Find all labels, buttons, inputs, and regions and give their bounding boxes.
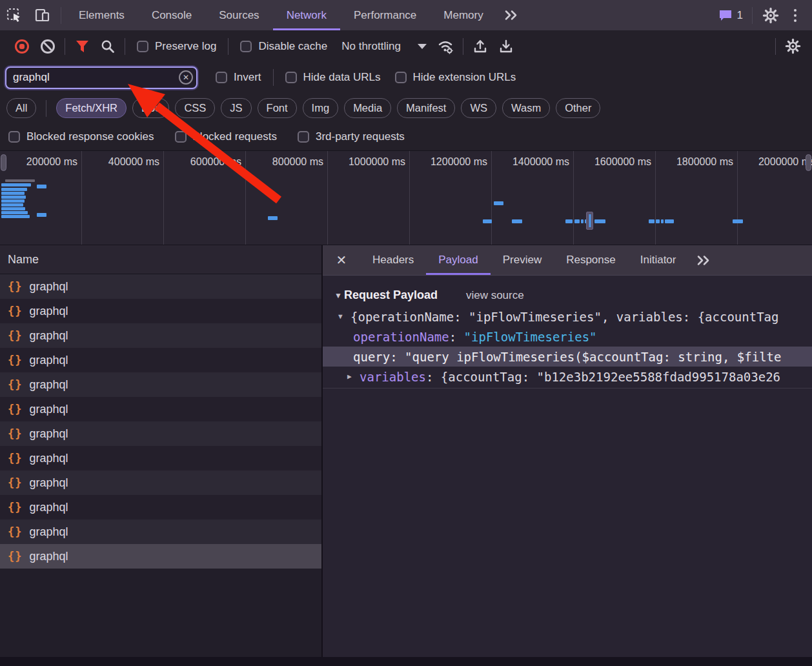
request-row-graphql-7[interactable]: {}graphql <box>0 446 321 470</box>
checkbox[interactable] <box>395 72 407 83</box>
chip-fetch-xhr[interactable]: Fetch/XHR <box>56 98 127 118</box>
chip-all[interactable]: All <box>6 98 36 118</box>
request-row-graphql-11[interactable]: {}graphql <box>0 544 321 569</box>
chip-manifest[interactable]: Manifest <box>397 98 455 118</box>
view-source-link[interactable]: view source <box>466 289 524 302</box>
filter-input-wrap: ✕ <box>5 66 198 89</box>
detail-tab-response[interactable]: Response <box>554 245 628 275</box>
export-har-icon[interactable] <box>493 35 519 57</box>
hide-extension-urls-label: Hide extension URLs <box>413 71 516 84</box>
request-row-graphql-3[interactable]: {}graphql <box>0 348 321 372</box>
3rd-party-requests-checkbox[interactable]: 3rd-party requests <box>298 130 405 143</box>
network-overview-timeline[interactable]: 200000 ms400000 ms600000 ms800000 ms1000… <box>0 150 812 245</box>
json-braces-icon: {} <box>8 476 22 489</box>
issues-counter[interactable]: 1 <box>713 9 748 22</box>
checkbox[interactable] <box>216 72 227 83</box>
name-column-header[interactable]: Name <box>0 245 321 274</box>
filter-funnel-icon[interactable] <box>69 35 95 57</box>
request-name: graphql <box>29 525 68 539</box>
import-har-icon[interactable] <box>467 35 493 57</box>
blocked-requests-checkbox[interactable]: Blocked requests <box>175 130 277 143</box>
timeline-tick-1000000-ms: 1000000 ms <box>328 151 410 245</box>
tab-sources[interactable]: Sources <box>205 0 272 30</box>
clear-network-log-button[interactable] <box>35 35 61 57</box>
checkbox[interactable] <box>8 131 20 143</box>
chip-doc[interactable]: Doc <box>132 98 169 118</box>
network-conditions-icon[interactable] <box>433 35 459 57</box>
timeline-right-handle[interactable] <box>806 154 811 171</box>
request-timing-bar <box>512 219 522 223</box>
settings-gear-icon[interactable] <box>756 7 785 24</box>
request-row-graphql-10[interactable]: {}graphql <box>0 520 321 544</box>
tab-elements[interactable]: Elements <box>65 0 138 30</box>
hide-data-urls-checkbox[interactable]: Hide data URLs <box>285 71 381 84</box>
timeline-left-handle[interactable] <box>1 154 6 171</box>
more-options-icon[interactable] <box>785 9 806 22</box>
payload-preview-line[interactable]: ▼ {operationName: "ipFlowTimeseries", va… <box>323 307 812 327</box>
request-timing-bar <box>1 199 25 203</box>
json-braces-icon: {} <box>8 354 22 367</box>
collapse-icon[interactable]: ▼ <box>338 312 350 321</box>
detail-tab-preview[interactable]: Preview <box>491 245 554 275</box>
search-icon[interactable] <box>95 35 121 57</box>
detail-tab-payload[interactable]: Payload <box>426 245 490 275</box>
checkbox[interactable] <box>137 41 148 52</box>
chip-wasm[interactable]: Wasm <box>502 98 550 118</box>
checkbox[interactable] <box>240 41 252 52</box>
request-row-graphql-0[interactable]: {}graphql <box>0 274 321 299</box>
request-type-chips: AllFetch/XHRDocCSSJSFontImgMediaManifest… <box>0 93 812 123</box>
more-detail-tabs-icon[interactable] <box>688 245 719 275</box>
request-timing-bar <box>1 215 30 218</box>
chip-font[interactable]: Font <box>258 98 297 118</box>
chip-js[interactable]: JS <box>221 98 251 118</box>
request-row-graphql-9[interactable]: {}graphql <box>0 495 321 520</box>
filter-input[interactable] <box>5 66 198 89</box>
throttling-select[interactable]: No throttling <box>341 40 427 53</box>
json-separator: : <box>426 370 441 384</box>
chip-css[interactable]: CSS <box>175 98 215 118</box>
request-timing-bar <box>649 219 655 223</box>
chip-other[interactable]: Other <box>556 98 600 118</box>
clear-filter-icon[interactable]: ✕ <box>179 70 193 85</box>
close-icon[interactable]: ✕ <box>323 245 360 275</box>
blocked-response-cookies-checkbox[interactable]: Blocked response cookies <box>8 130 154 143</box>
checkbox[interactable] <box>298 131 309 143</box>
tab-memory[interactable]: Memory <box>430 0 496 30</box>
section-collapse-icon[interactable]: ▼ <box>334 291 342 300</box>
chip-media[interactable]: Media <box>344 98 391 118</box>
more-tabs-icon[interactable] <box>497 0 525 30</box>
hide-extension-urls-checkbox[interactable]: Hide extension URLs <box>395 71 516 84</box>
expand-icon[interactable]: ▶ <box>347 372 360 381</box>
disable-cache-checkbox[interactable]: Disable cache <box>240 40 327 53</box>
inspect-element-icon[interactable] <box>0 0 28 30</box>
request-row-graphql-1[interactable]: {}graphql <box>0 299 321 323</box>
chip-ws[interactable]: WS <box>461 98 496 118</box>
checkbox[interactable] <box>175 131 187 143</box>
request-row-graphql-5[interactable]: {}graphql <box>0 397 321 421</box>
tab-performance[interactable]: Performance <box>340 0 430 30</box>
variables-line[interactable]: ▶ variables : {accountTag: "b12e3b2192ee… <box>323 367 812 387</box>
preserve-log-checkbox[interactable]: Preserve log <box>137 40 216 53</box>
detail-tab-headers[interactable]: Headers <box>360 245 426 275</box>
payload-preview-text: {operationName: "ipFlowTimeseries", vari… <box>350 310 778 324</box>
detail-tab-initiator[interactable]: Initiator <box>628 245 689 275</box>
operation-name-line[interactable]: operationName : "ipFlowTimeseries" <box>323 327 812 347</box>
checkbox[interactable] <box>285 72 297 83</box>
query-line-selected[interactable]: query: "query ipFlowTimeseries($accountT… <box>323 347 812 367</box>
device-toolbar-icon[interactable] <box>28 0 57 30</box>
tab-network[interactable]: Network <box>273 0 340 30</box>
request-row-graphql-4[interactable]: {}graphql <box>0 372 321 397</box>
record-network-log-button[interactable] <box>9 35 35 57</box>
request-row-graphql-6[interactable]: {}graphql <box>0 421 321 446</box>
timeline-tick-1200000-ms: 1200000 ms <box>410 151 492 245</box>
network-settings-gear-icon[interactable] <box>780 35 806 57</box>
divider <box>61 7 61 24</box>
tab-console[interactable]: Console <box>138 0 205 30</box>
request-row-graphql-2[interactable]: {}graphql <box>0 323 321 348</box>
detail-tab-bar: ✕ HeadersPayloadPreviewResponseInitiator <box>323 245 812 276</box>
request-row-graphql-8[interactable]: {}graphql <box>0 470 321 495</box>
request-timing-bar <box>494 201 503 205</box>
chip-img[interactable]: Img <box>303 98 339 118</box>
invert-checkbox[interactable]: Invert <box>216 71 261 84</box>
selected-request-marker <box>586 212 593 230</box>
